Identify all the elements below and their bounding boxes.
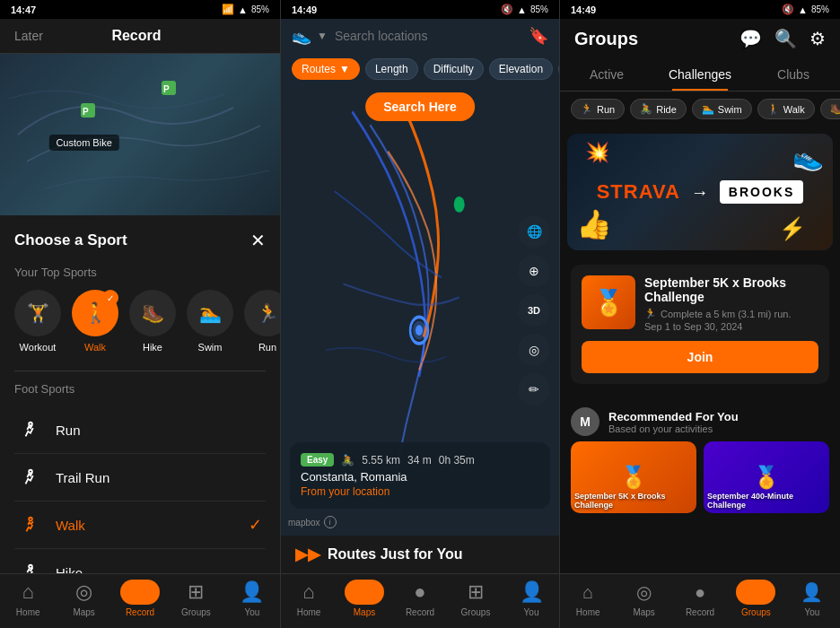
nav-record-1[interactable]: ● Record [112, 580, 168, 617]
globe-view-button[interactable]: 🌐 [518, 215, 550, 248]
search-icon-area[interactable]: 👟 ▼ [292, 26, 328, 46]
recommended-header: M Recommended For You Based on your acti… [571, 407, 829, 436]
filter-run[interactable]: 🏃 Run [571, 99, 625, 119]
challenge-meta: 🏃 Complete a 5 km (3.1 mi) run. [644, 308, 818, 319]
featured-challenge-section: 🏅 September 5K x Brooks Challenge 🏃 Comp… [560, 257, 840, 400]
routes-arrow-icon: ▶▶ [295, 545, 320, 564]
swim-label: Swim [198, 342, 223, 353]
hike-label: Hike [143, 342, 162, 353]
list-item-walk[interactable]: Walk ✓ [14, 502, 266, 549]
search-groups-icon[interactable]: 🔍 [774, 28, 797, 49]
difficulty-badge: Easy [301, 453, 334, 467]
nav-groups-2[interactable]: ⊞ Groups [448, 580, 503, 617]
battery-2: 85% [530, 4, 548, 14]
top-sports-label: Your Top Sports [14, 266, 266, 279]
list-item-trail-run[interactable]: Trail Run [14, 454, 266, 502]
rec-card-1[interactable]: 🏅 September 5K x Brooks Challenge [571, 441, 696, 513]
bookmark-icon[interactable]: 🔖 [529, 26, 548, 46]
nav-maps-2[interactable]: ◎ Maps [337, 580, 392, 617]
status-icons-2: 🔇 ▲ 85% [501, 4, 548, 15]
svg-text:P: P [83, 107, 89, 117]
battery-3: 85% [811, 4, 829, 14]
nav-you-3[interactable]: 👤 You [784, 580, 840, 617]
filter-surface[interactable]: Surface [558, 58, 559, 80]
route-distance: 5.55 km [362, 454, 400, 467]
nav-groups-label-1: Groups [181, 607, 211, 617]
sport-item-walk[interactable]: 🚶 ✓ Walk [72, 290, 118, 353]
nav-home-1[interactable]: ⌂ Home [0, 580, 56, 617]
sport-item-swim[interactable]: 🏊 Swim [187, 290, 233, 353]
filter-length[interactable]: Length [365, 58, 418, 80]
nav-you-2[interactable]: 👤 You [503, 580, 559, 617]
sport-item-run-top[interactable]: 🏃 Run [244, 290, 280, 353]
wifi-icon-2: ▲ [517, 4, 527, 15]
filter-hike[interactable]: 🥾 Hike [820, 99, 840, 119]
home-icon-3: ⌂ [582, 582, 593, 603]
difficulty-label: Difficulty [433, 63, 474, 75]
challenge-dates: Sep 1 to Sep 30, 2024 [644, 321, 818, 332]
settings-icon[interactable]: ⚙ [809, 28, 826, 49]
nav-maps-3[interactable]: ◎ Maps [616, 580, 671, 617]
tab-active[interactable]: Active [560, 58, 653, 91]
filter-difficulty[interactable]: Difficulty [424, 58, 484, 80]
status-bar-2: 14:49 🔇 ▲ 85% [281, 0, 559, 19]
header-icons: 💬 🔍 ⚙ [739, 28, 826, 49]
filter-ride[interactable]: 🚴 Ride [630, 99, 687, 119]
home-icon-1: ⌂ [22, 580, 34, 604]
nav-record-2[interactable]: ● Record [392, 580, 448, 617]
nav-you-label-2: You [524, 607, 539, 617]
search-input[interactable] [335, 29, 521, 43]
rec-card-2[interactable]: 🏅 September 400-Minute Challenge [704, 441, 829, 513]
nav-maps-1[interactable]: ◎ Maps [56, 580, 111, 617]
list-item-run[interactable]: Run [14, 406, 266, 454]
filter-routes[interactable]: Routes ▼ [292, 58, 360, 80]
close-button[interactable]: ✕ [250, 230, 266, 251]
workout-icon-circle: 🏋 [14, 290, 61, 336]
recommended-cards: 🏅 September 5K x Brooks Challenge 🏅 Sept… [571, 441, 829, 513]
ride-filter-label: Ride [656, 104, 677, 115]
sport-item-workout[interactable]: 🏋 Workout [14, 290, 61, 353]
signal-icon: 📶 [222, 4, 234, 15]
svg-text:P: P [163, 84, 170, 94]
nav-you-1[interactable]: 👤 You [224, 580, 280, 617]
nav-home-2[interactable]: ⌂ Home [281, 580, 337, 617]
nav-home-3[interactable]: ⌂ Home [560, 580, 616, 617]
filter-elevation[interactable]: Elevation [489, 58, 553, 80]
nav-record-3[interactable]: ● Record [672, 580, 728, 617]
search-here-button[interactable]: Search Here [365, 92, 475, 121]
swim-filter-label: Swim [718, 104, 742, 115]
walk-filter-icon: 🚶 [767, 103, 780, 115]
you-icon-1: 👤 [240, 580, 264, 604]
walk-filter-label: Walk [783, 104, 805, 115]
groups-icon-1: ⊞ [188, 580, 204, 604]
recommended-section: M Recommended For You Based on your acti… [560, 400, 840, 520]
list-item-hike-list[interactable]: Hike [14, 549, 266, 573]
tab-challenges[interactable]: Challenges [653, 58, 747, 91]
ride-filter-icon: 🚴 [640, 103, 652, 115]
map-info-icon[interactable]: i [324, 516, 337, 528]
sport-item-hike[interactable]: 🥾 Hike [129, 290, 176, 353]
3d-button[interactable]: 3D [518, 294, 550, 327]
chat-icon[interactable]: 💬 [739, 28, 762, 49]
filter-walk[interactable]: 🚶 Walk [757, 99, 815, 119]
swim-icon-circle: 🏊 [187, 290, 233, 336]
featured-challenge-card[interactable]: 🏅 September 5K x Brooks Challenge 🏃 Comp… [571, 265, 829, 384]
later-label[interactable]: Later [14, 29, 43, 43]
record-icon-2: ● [414, 580, 425, 604]
location-button[interactable]: ◎ [518, 334, 550, 366]
nav-groups-1[interactable]: ⊞ Groups [168, 580, 223, 617]
nav-groups-3[interactable]: ⊞ Groups [728, 580, 783, 617]
filter-swim[interactable]: 🏊 Swim [692, 99, 752, 119]
main-map[interactable]: Search Here 🌐 ⊕ 3D ◎ ✏ mapbox i Easy 🚴 5… [281, 85, 559, 536]
draw-button[interactable]: ✏ [518, 373, 550, 406]
run-top-label: Run [258, 342, 276, 353]
battery-1: 85% [251, 4, 269, 14]
workout-icon: 🏋 [27, 302, 49, 324]
join-button[interactable]: Join [582, 341, 818, 373]
layers-button[interactable]: ⊕ [518, 255, 550, 287]
challenge-description: Complete a 5 km (3.1 mi) run. [661, 309, 792, 319]
tab-clubs[interactable]: Clubs [747, 58, 840, 91]
route-preview-card[interactable]: Easy 🚴 5.55 km 34 m 0h 35m Constanta, Ro… [290, 442, 550, 509]
sport-modal: Choose a Sport ✕ Your Top Sports 🏋 Worko… [0, 215, 280, 573]
challenge-banner[interactable]: STRAVA → BROOKS 👍 👟 ⚡ 💥 [567, 134, 833, 250]
